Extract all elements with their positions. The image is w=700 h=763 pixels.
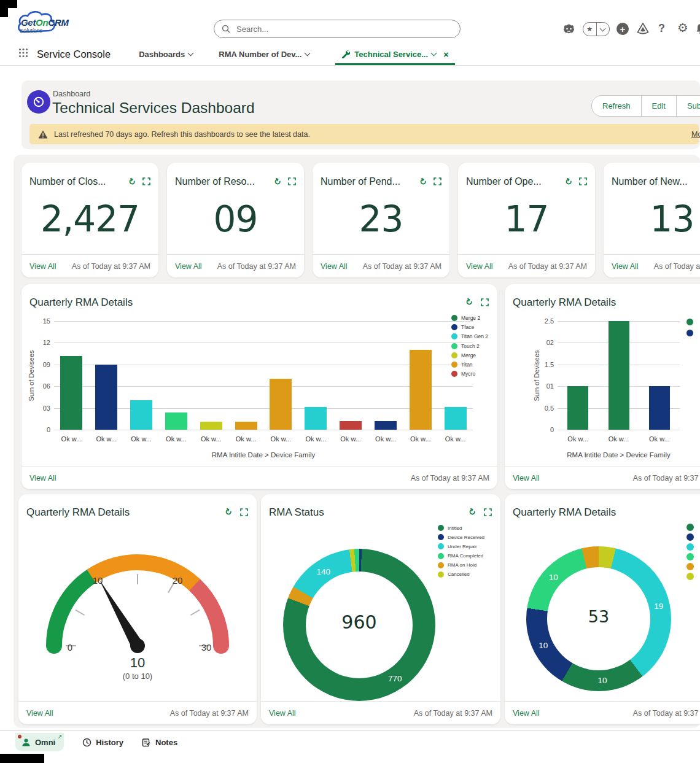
app-launcher-waffle-icon[interactable] — [18, 48, 28, 60]
bar[interactable] — [235, 422, 257, 430]
kpi-value: 13 — [604, 198, 700, 240]
kpi-value: 23 — [313, 198, 449, 240]
bar[interactable] — [270, 379, 292, 430]
chart-title: RMA Status — [269, 506, 324, 519]
view-all-link[interactable]: View All — [466, 262, 493, 271]
slice-value-label: 19 — [654, 602, 663, 611]
y-axis-title: Sum of Devisees — [533, 350, 540, 401]
bar[interactable] — [609, 321, 629, 430]
corner-artifact — [0, 0, 8, 17]
legend-label: Cancelled — [448, 571, 470, 577]
search-input[interactable] — [235, 24, 440, 34]
legend-item — [686, 573, 698, 580]
tab-rma-number-of-dev[interactable]: RMA Number of Dev... — [219, 50, 309, 59]
as-of-timestamp: As of Today at 9:37 AM — [72, 262, 150, 271]
expand-icon[interactable] — [288, 177, 296, 185]
view-all-link[interactable]: View All — [26, 709, 53, 718]
legend-dot — [438, 562, 444, 568]
refresh-icon[interactable]: ↻ — [418, 176, 429, 187]
refresh-icon[interactable]: ↻ — [564, 176, 574, 187]
global-search[interactable] — [214, 20, 461, 38]
setup-gear-icon[interactable]: ⚙ — [677, 21, 688, 34]
close-icon[interactable]: × — [443, 49, 449, 60]
warning-icon — [38, 130, 48, 139]
chevron-down-icon[interactable] — [431, 50, 437, 56]
favorite-star-icon[interactable]: ★ — [583, 23, 597, 36]
x-axis-category-label: Ok w... — [305, 435, 326, 443]
refresh-icon[interactable]: ↻ — [127, 176, 138, 187]
refresh-icon[interactable]: ↻ — [224, 506, 234, 517]
bar[interactable] — [305, 407, 327, 430]
tab-technical-service-active[interactable]: Technical Service... × — [335, 43, 454, 65]
chart-legend: Merge 2TfaceTitan Gen 2Touch 2MergeTitan… — [451, 315, 488, 380]
bar[interactable] — [200, 422, 222, 430]
favorites-dropdown-icon[interactable] — [597, 23, 610, 36]
subscribe-button[interactable]: Subscribe — [677, 96, 700, 116]
refresh-button[interactable]: Refresh — [592, 96, 642, 116]
bar[interactable] — [445, 407, 467, 430]
bar[interactable] — [567, 386, 588, 430]
view-all-link[interactable]: View All — [29, 474, 56, 482]
legend-item: Titan — [451, 362, 488, 368]
tab-dashboards[interactable]: Dashboards — [139, 50, 193, 59]
view-all-link[interactable]: View All — [513, 474, 540, 482]
einstein-assistant-icon[interactable] — [562, 23, 575, 37]
expand-icon[interactable] — [579, 177, 587, 185]
bar[interactable] — [375, 421, 397, 430]
expand-icon[interactable] — [434, 177, 441, 185]
notifications-bell-icon[interactable] — [694, 23, 700, 37]
view-all-link[interactable]: View All — [269, 709, 296, 718]
view-all-link[interactable]: View All — [513, 709, 540, 718]
bar[interactable] — [130, 400, 152, 430]
x-axis-category-label: Ok w... — [340, 435, 361, 443]
utility-item-omni[interactable]: ↗ Omni — [15, 733, 64, 751]
edit-button[interactable]: Edit — [642, 96, 677, 116]
as-of-timestamp: As of Today at 9:37 AM — [508, 262, 587, 271]
kpi-card-row: Number of Clos...↻2,427View AllAs of Tod… — [21, 163, 700, 277]
refresh-icon[interactable]: ↻ — [273, 176, 283, 187]
legend-dot — [438, 553, 444, 559]
gauge-tick-label: 10 — [93, 575, 103, 586]
expand-icon[interactable] — [481, 298, 489, 306]
favorites-control[interactable]: ★ — [583, 22, 610, 36]
slice-value-label: 10 — [597, 675, 607, 684]
kpi-value: 09 — [167, 198, 304, 240]
bar[interactable] — [60, 356, 82, 430]
utility-item-notes[interactable]: Notes — [142, 738, 177, 747]
expand-icon[interactable] — [240, 508, 248, 516]
record-type-label: Dashboard — [53, 90, 90, 98]
bar[interactable] — [95, 365, 117, 430]
view-all-link[interactable]: View All — [175, 262, 202, 271]
expand-icon[interactable] — [142, 177, 150, 185]
view-all-link[interactable]: View All — [612, 262, 639, 271]
chart-legend — [686, 524, 698, 583]
utility-item-history[interactable]: History — [82, 738, 123, 747]
as-of-timestamp: As of Today at 9:37 AM — [654, 262, 700, 271]
legend-label: Titan — [461, 362, 473, 368]
legend-dot — [686, 553, 694, 560]
refresh-icon[interactable]: ↻ — [467, 506, 478, 517]
view-all-link[interactable]: View All — [29, 262, 56, 271]
expand-icon[interactable] — [484, 508, 492, 516]
legend-dot — [451, 343, 457, 349]
global-header: GetOnCRM Solutions ★ + ? ⚙ — [0, 0, 700, 43]
slice-value-label: 770 — [388, 674, 402, 683]
corner-artifact — [0, 754, 44, 763]
help-icon[interactable]: ? — [658, 22, 665, 35]
more-information-link[interactable]: More Information — [691, 130, 700, 139]
bar[interactable] — [649, 386, 670, 430]
legend-dot — [451, 324, 457, 330]
bar[interactable] — [165, 412, 187, 430]
y-axis-tick: 0.5 — [533, 405, 554, 412]
legend-dot — [686, 319, 693, 325]
legend-item: Tface — [451, 324, 488, 330]
stale-data-warning-banner: Last refreshed 70 days ago. Refresh this… — [29, 124, 699, 144]
view-all-link[interactable]: View All — [321, 262, 348, 271]
guidance-center-icon[interactable] — [636, 22, 650, 38]
card-footer: View All As of Today at 9:37 AM — [505, 701, 700, 724]
bar[interactable] — [410, 350, 432, 430]
bar[interactable] — [340, 421, 362, 430]
refresh-icon[interactable]: ↻ — [464, 296, 475, 308]
x-axis-category-label: Ok w... — [131, 435, 152, 443]
global-actions-icon[interactable]: + — [616, 23, 629, 35]
